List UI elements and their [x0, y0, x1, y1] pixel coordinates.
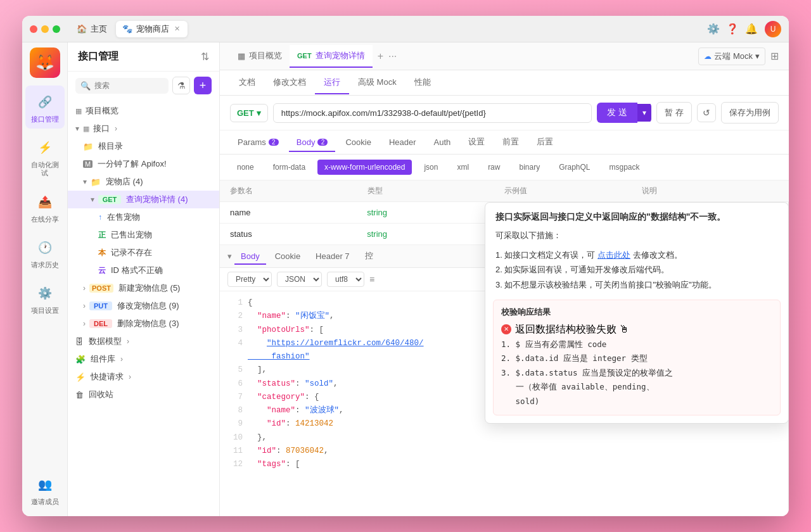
body-type-urlencoded[interactable]: x-www-form-urlencoded — [317, 160, 412, 175]
settings-icon[interactable]: ⚙️ — [708, 23, 719, 35]
sub-tab-performance[interactable]: 性能 — [406, 72, 440, 94]
send-arrow-button[interactable]: ▾ — [637, 104, 651, 122]
body-type-xml[interactable]: xml — [450, 160, 476, 175]
tree-node-put-pet[interactable]: › PUT 修改宠物信息 (9) — [68, 297, 219, 315]
content-tab-get-pet-detail[interactable]: GET 查询宠物详情 — [290, 45, 373, 68]
params-tab-pre[interactable]: 前置 — [495, 132, 527, 153]
split-view-icon[interactable]: ⊞ — [770, 50, 779, 62]
api-manage-icon: 🔗 — [34, 91, 56, 113]
tab-home[interactable]: 🏠 主页 — [70, 21, 113, 37]
body-type-json[interactable]: json — [417, 160, 445, 175]
tree-node-components[interactable]: 🧩 组件库 › — [68, 350, 219, 368]
params-tab-params[interactable]: Params 2 — [230, 134, 286, 152]
error-item-1: 1. $ 应当有必需属性 code — [501, 338, 772, 352]
params-tab-settings[interactable]: 设置 — [461, 132, 492, 153]
popup-desc: 可采取以下措施： — [485, 229, 788, 248]
save-temp-button[interactable]: 暂 存 — [656, 102, 692, 124]
tree-node-api[interactable]: ▾ ▦ 接口 › — [68, 120, 219, 137]
search-input[interactable] — [94, 81, 163, 90]
encoding-select[interactable]: utf8 — [327, 272, 364, 287]
sub-tab-advanced-mock[interactable]: 高级 Mock — [349, 72, 406, 94]
tab-close-icon[interactable]: ✕ — [173, 24, 181, 34]
tree-node-petshop-folder[interactable]: ▾ 📁 宠物店 (4) — [68, 173, 219, 191]
body-type-bar: none form-data x-www-form-urlencoded jso… — [220, 155, 789, 180]
fix-doc-link[interactable]: 点击此处 — [597, 250, 630, 260]
avatar[interactable]: U — [765, 21, 781, 37]
popup-steps: 1. 如接口文档定义有误，可 点击此处 去修改文档。 2. 如实际返回有误，可通… — [485, 248, 788, 300]
help-icon[interactable]: ❓ — [727, 23, 738, 35]
cloud-mock-button[interactable]: ☁ 云端 Mock ▾ — [698, 48, 765, 65]
collapse-icon[interactable]: ▾ — [227, 251, 232, 261]
params-tab-header[interactable]: Header — [381, 134, 424, 152]
body-type-raw[interactable]: raw — [481, 160, 507, 175]
sidebar-item-online-share[interactable]: 📤 在线分享 — [25, 186, 65, 229]
close-button[interactable] — [30, 25, 37, 33]
minimize-button[interactable] — [41, 25, 49, 33]
del-badge: DEL — [89, 319, 112, 328]
url-input[interactable] — [273, 103, 592, 123]
tree-node-post-pet[interactable]: › POST 新建宠物信息 (5) — [68, 279, 219, 297]
refresh-button[interactable]: ↺ — [697, 103, 716, 122]
format-select[interactable]: Pretty Raw — [227, 272, 272, 287]
sort-icon[interactable]: ⇅ — [201, 51, 209, 63]
send-button[interactable]: 发 送 ▾ — [597, 103, 651, 123]
sub-tab-doc[interactable]: 文档 — [230, 72, 264, 94]
sub-tab-run[interactable]: 运行 — [315, 72, 349, 94]
sidebar-item-request-history[interactable]: 🕐 请求历史 — [25, 231, 65, 274]
response-tab-header[interactable]: Header 7 — [309, 249, 355, 265]
content-tab-project-overview[interactable]: ▦ 项目概览 — [230, 45, 290, 68]
post-pet-label: 新建宠物信息 (5) — [118, 282, 181, 294]
add-button[interactable]: + — [194, 77, 212, 94]
request-history-label: 请求历史 — [31, 261, 59, 269]
sidebar-item-invite-member[interactable]: 👥 邀请成员 — [25, 468, 65, 511]
response-tab-body[interactable]: Body — [234, 249, 266, 265]
quick-request-arrow: › — [129, 372, 131, 381]
save-case-button[interactable]: 保存为用例 — [721, 102, 779, 124]
method-select[interactable]: GET ▾ — [230, 104, 268, 122]
params-tab-cookie[interactable]: Cookie — [338, 134, 378, 152]
tree-node-recycle[interactable]: 🗑 回收站 — [68, 386, 219, 403]
project-settings-label: 项目设置 — [31, 307, 59, 315]
sidebar-item-api-manage[interactable]: 🔗 接口管理 — [25, 86, 65, 129]
api-label: 接口 — [93, 123, 110, 134]
tree-node-quick-request[interactable]: ⚡ 快捷请求 › — [68, 368, 219, 386]
params-tab-auth[interactable]: Auth — [426, 134, 459, 152]
tree-header: 接口管理 ⇅ — [68, 42, 219, 72]
tree-node-project-overview[interactable]: ▦ 项目概览 — [68, 102, 219, 120]
add-tab-button[interactable]: + — [373, 46, 388, 67]
tree-node-sale-pet[interactable]: ↑ 在售宠物 — [68, 208, 219, 226]
body-type-msgpack[interactable]: msgpack — [603, 160, 647, 175]
sidebar-item-project-settings[interactable]: ⚙️ 项目设置 — [25, 277, 65, 320]
tree-node-root-dir[interactable]: 📁 根目录 — [68, 137, 219, 155]
sidebar-item-automation[interactable]: ⚡ 自动化测试 — [25, 131, 65, 182]
tree-node-del-pet[interactable]: › DEL 删除宠物信息 (3) — [68, 315, 219, 332]
notification-icon[interactable]: 🔔 — [746, 23, 757, 35]
lang-select[interactable]: JSON XML — [277, 272, 322, 287]
photo-url-link[interactable]: "https://loremflickr.com/640/480/ fashio… — [248, 339, 424, 361]
tree-node-bad-id[interactable]: 云 ID 格式不正确 — [68, 262, 219, 279]
more-tabs-button[interactable]: ··· — [388, 51, 397, 62]
tab-petshop[interactable]: 🐾 宠物商店 ✕ — [116, 21, 188, 37]
data-model-label: 数据模型 — [89, 336, 122, 347]
tree-node-get-pet-detail[interactable]: ▾ GET 查询宠物详情 (4) — [68, 191, 219, 208]
body-type-binary[interactable]: binary — [512, 160, 547, 175]
tree-node-sold-pet[interactable]: 正 已售出宠物 — [68, 226, 219, 244]
body-type-form-data[interactable]: form-data — [266, 160, 312, 175]
response-tab-cookie[interactable]: Cookie — [269, 249, 307, 265]
tree-node-intro[interactable]: M 一分钟了解 Apifox! — [68, 155, 219, 173]
th-example: 示例值 — [504, 186, 642, 196]
sub-tab-edit-doc[interactable]: 修改文档 — [264, 72, 315, 94]
body-type-none[interactable]: none — [230, 160, 261, 175]
body-type-graphql[interactable]: GraphQL — [552, 160, 597, 175]
response-tab-control[interactable]: 控 — [359, 248, 380, 265]
maximize-button[interactable] — [53, 25, 60, 33]
tree-node-not-exist[interactable]: 本 记录不存在 — [68, 244, 219, 262]
params-tab-post[interactable]: 后置 — [529, 132, 561, 153]
filter-button[interactable]: ⚗ — [172, 77, 190, 94]
tree-node-data-model[interactable]: 🗄 数据模型 › — [68, 332, 219, 350]
send-main-button[interactable]: 发 送 — [597, 103, 637, 123]
wrap-icon[interactable]: ≡ — [369, 274, 374, 284]
params-badge: 2 — [269, 139, 279, 146]
params-tab-body[interactable]: Body 2 — [289, 134, 336, 152]
traffic-lights — [30, 25, 60, 33]
